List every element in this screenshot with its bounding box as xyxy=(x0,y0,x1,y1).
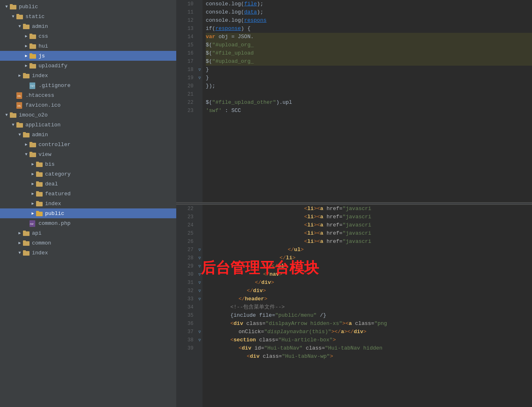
tree-item-static[interactable]: ▼ static xyxy=(0,11,176,21)
svg-rect-47 xyxy=(23,231,26,232)
tree-label-view: view xyxy=(39,151,51,158)
folder-icon-public-app xyxy=(36,210,43,216)
code-pane-top: 10 11 12 13 14 15 16 17 18 19 20 21 22 2… xyxy=(176,0,532,202)
tree-item-public[interactable]: ▼ public xyxy=(0,2,176,11)
folder-icon-view xyxy=(30,151,37,157)
svg-text:IMG: IMG xyxy=(17,95,21,97)
tree-label-bis: bis xyxy=(45,161,55,167)
tree-item-common[interactable]: ▶ common xyxy=(0,238,176,248)
tree-item-bis[interactable]: ▶ bis xyxy=(0,159,176,169)
tree-label-index-app: index xyxy=(32,250,48,256)
svg-rect-35 xyxy=(36,171,39,173)
tree-label-uploadify: uploadify xyxy=(39,63,67,69)
code-line-b22: <li><a href="javascri xyxy=(206,205,532,213)
code-line-b25: <li><a href="javascri xyxy=(206,229,532,238)
folder-icon-featured xyxy=(36,191,43,197)
tree-item-js[interactable]: ▶ js xyxy=(0,51,176,61)
tree-label-js: js xyxy=(39,53,45,59)
tree-item-deal[interactable]: ▶ deal xyxy=(0,179,176,189)
code-line-20: }); xyxy=(206,82,532,90)
folder-icon-admin-static xyxy=(23,23,30,29)
code-line-b24: <li><a href="javascri xyxy=(206,221,532,229)
svg-rect-3 xyxy=(16,14,19,16)
code-line-15: $("#upload_org_ xyxy=(206,41,532,49)
code-line-10: console.log(file); xyxy=(206,0,532,8)
tree-item-controller[interactable]: ▶ controller xyxy=(0,139,176,149)
arrow-uploadify: ▶ xyxy=(23,63,30,68)
code-pane-bottom: 后台管理平台模块 22 23 24 25 26 27 28 29 30 31 3… xyxy=(176,205,532,407)
file-tree[interactable]: ▼ public ▼ static ▼ admin ▶ css ▶ xyxy=(0,0,176,407)
folder-icon-api xyxy=(23,230,30,236)
arrow-css: ▶ xyxy=(23,34,30,39)
arrow-admin-app: ▼ xyxy=(16,133,23,137)
svg-rect-13 xyxy=(30,63,32,65)
code-line-b27: </ul> xyxy=(206,246,532,254)
code-line-13: if(response) { xyxy=(206,25,532,33)
code-content-bottom[interactable]: <li><a href="javascri <li><a href="javas… xyxy=(202,205,532,407)
arrow-public-app: ▶ xyxy=(30,211,36,216)
svg-rect-9 xyxy=(30,43,32,45)
tree-label-imooc: imooc_o2o xyxy=(19,112,48,118)
folder-icon-index-app xyxy=(23,250,30,256)
tree-label-gitignore: .gitignore xyxy=(39,82,70,89)
tree-label-category: category xyxy=(45,171,70,177)
tree-label-index-view: index xyxy=(45,201,61,207)
tree-item-index-static[interactable]: ▶ index xyxy=(0,71,176,80)
code-line-b36b: onClick="displaynavbar(this)"></a></div> xyxy=(206,328,532,336)
tree-item-htaccess[interactable]: IMG .htaccess xyxy=(0,90,176,100)
code-line-b28: </li> xyxy=(206,254,532,262)
folder-icon-controller xyxy=(30,142,37,147)
svg-rect-51 xyxy=(23,250,26,252)
tree-item-css[interactable]: ▶ css xyxy=(0,31,176,41)
tree-label-htaccess: .htaccess xyxy=(25,92,54,98)
svg-text:TXT: TXT xyxy=(30,85,35,87)
arrow-index-app: ▼ xyxy=(16,251,23,255)
tree-item-imooc[interactable]: ▼ imooc_o2o xyxy=(0,110,176,120)
code-line-19: } xyxy=(206,74,532,82)
tree-label-favicon: favicon.ico xyxy=(25,102,61,108)
tree-item-application[interactable]: ▼ application xyxy=(0,120,176,130)
tree-label-hui: hui xyxy=(39,43,48,49)
tree-item-public-app[interactable]: ▶ public xyxy=(0,208,176,218)
code-line-11: console.log(data); xyxy=(206,8,532,16)
folder-icon-deal xyxy=(36,181,43,187)
tree-item-admin-static[interactable]: ▼ admin xyxy=(0,21,176,31)
tree-item-hui[interactable]: ▶ hui xyxy=(0,41,176,51)
code-line-b37: <section class="Hui-article-box"> xyxy=(206,336,532,344)
folder-icon-common xyxy=(23,240,30,246)
line-numbers-top: 10 11 12 13 14 15 16 17 18 19 20 21 22 2… xyxy=(176,0,197,202)
code-line-b30: </nav> xyxy=(206,270,532,279)
code-line-b29: </ul> xyxy=(206,262,532,270)
tree-item-featured[interactable]: ▶ featured xyxy=(0,189,176,199)
svg-rect-15 xyxy=(23,73,26,75)
arrow-api: ▶ xyxy=(16,231,23,236)
folder-icon-hui xyxy=(30,43,37,49)
folder-icon-public xyxy=(10,4,17,9)
tree-item-admin-app[interactable]: ▼ admin xyxy=(0,130,176,139)
file-icon-gitignore: TXT xyxy=(30,82,37,88)
code-line-b31: </div> xyxy=(206,279,532,287)
arrow-application: ▼ xyxy=(10,123,16,127)
tree-item-common-php[interactable]: PHP common.php xyxy=(0,218,176,228)
tree-label-index-static: index xyxy=(32,73,48,79)
tree-label-common-php: common.php xyxy=(39,220,70,226)
tree-item-favicon[interactable]: IMG favicon.ico xyxy=(0,100,176,110)
code-line-b33: </header> xyxy=(206,295,532,303)
code-line-18: } xyxy=(206,66,532,74)
tree-item-index-view[interactable]: ▶ index xyxy=(0,199,176,208)
tree-item-view[interactable]: ▼ view xyxy=(0,149,176,159)
code-content-top[interactable]: console.log(file); console.log(data); co… xyxy=(202,0,532,202)
gutter-bottom: ▽ ▽ ▽ ▽ ▽ ▽ ▽ ▽ ▽ xyxy=(197,205,202,407)
folder-icon-css xyxy=(30,33,37,39)
tree-item-api[interactable]: ▶ api xyxy=(0,228,176,238)
arrow-bis: ▶ xyxy=(30,162,36,167)
arrow-view: ▼ xyxy=(23,152,30,157)
svg-rect-37 xyxy=(36,181,39,183)
tree-item-uploadify[interactable]: ▶ uploadify xyxy=(0,61,176,71)
tree-item-index-app[interactable]: ▼ index xyxy=(0,248,176,258)
arrow-static: ▼ xyxy=(10,14,16,19)
tree-item-gitignore[interactable]: TXT .gitignore xyxy=(0,80,176,90)
tree-item-category[interactable]: ▶ category xyxy=(0,169,176,179)
svg-rect-11 xyxy=(30,53,32,55)
svg-rect-43 xyxy=(36,211,39,213)
